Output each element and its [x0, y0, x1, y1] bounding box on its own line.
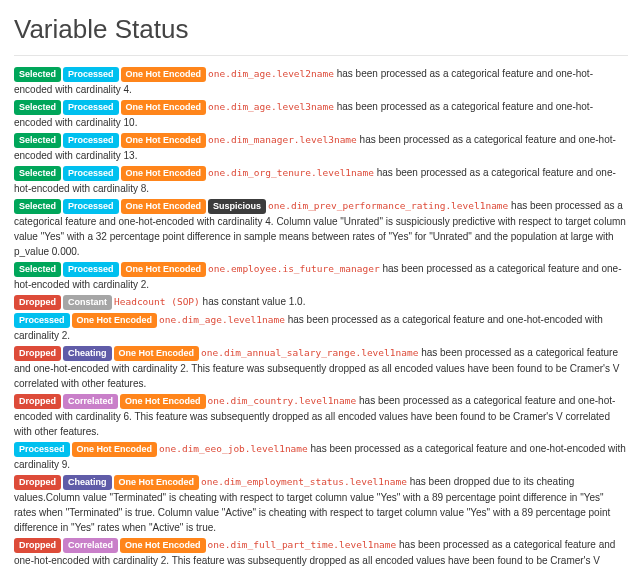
status-row: SelectedProcessedOne Hot Encodedone.dim_…: [14, 132, 628, 163]
badge-selected: Selected: [14, 67, 61, 82]
status-row: SelectedProcessedOne Hot Encodedone.dim_…: [14, 99, 628, 130]
status-text: has constant value 1.0.: [200, 296, 306, 307]
badge-ohe: One Hot Encoded: [121, 166, 207, 181]
status-row: DroppedCorrelatedOne Hot Encodedone.dim_…: [14, 537, 628, 566]
badge-ohe: One Hot Encoded: [121, 199, 207, 214]
variable-name: one.dim_annual_salary_range.level1name: [201, 347, 418, 358]
variable-name: one.dim_employment_status.level1name: [201, 476, 407, 487]
badge-processed: Processed: [63, 262, 119, 277]
status-row: SelectedProcessedOne Hot Encodedone.dim_…: [14, 165, 628, 196]
badge-selected: Selected: [14, 133, 61, 148]
badge-processed: Processed: [63, 67, 119, 82]
status-row: ProcessedOne Hot Encodedone.dim_age.leve…: [14, 312, 628, 343]
badge-dropped: Dropped: [14, 346, 61, 361]
variable-name: Headcount (SOP): [114, 296, 200, 307]
status-row: SelectedProcessedOne Hot Encodedone.dim_…: [14, 66, 628, 97]
badge-selected: Selected: [14, 199, 61, 214]
status-row: DroppedCorrelatedOne Hot Encodedone.dim_…: [14, 393, 628, 439]
variable-name: one.dim_manager.level3name: [208, 134, 357, 145]
badge-processed: Processed: [14, 442, 70, 457]
badge-dropped: Dropped: [14, 538, 61, 553]
page-title: Variable Status: [14, 10, 628, 56]
variable-name: one.dim_age.level2name: [208, 68, 334, 79]
badge-ohe: One Hot Encoded: [121, 262, 207, 277]
badge-processed: Processed: [63, 166, 119, 181]
badge-correlated: Correlated: [63, 538, 118, 553]
variable-name: one.employee.is_future_manager: [208, 263, 380, 274]
variable-name: one.dim_age.level1name: [159, 314, 285, 325]
badge-ohe: One Hot Encoded: [120, 538, 206, 553]
badge-ohe: One Hot Encoded: [114, 346, 200, 361]
badge-processed: Processed: [14, 313, 70, 328]
badge-suspicious: Suspicious: [208, 199, 266, 214]
badge-dropped: Dropped: [14, 394, 61, 409]
badge-dropped: Dropped: [14, 295, 61, 310]
status-row: DroppedConstantHeadcount (SOP) has const…: [14, 294, 628, 310]
badge-processed: Processed: [63, 133, 119, 148]
variable-name: one.dim_country.level1name: [208, 395, 357, 406]
badge-selected: Selected: [14, 262, 61, 277]
badge-processed: Processed: [63, 199, 119, 214]
badge-ohe: One Hot Encoded: [120, 394, 206, 409]
badge-ohe: One Hot Encoded: [72, 442, 158, 457]
variable-name: one.dim_full_part_time.level1name: [208, 539, 397, 550]
badge-cheating: Cheating: [63, 346, 112, 361]
status-row: DroppedCheatingOne Hot Encodedone.dim_em…: [14, 474, 628, 535]
variable-name: one.dim_org_tenure.level1name: [208, 167, 374, 178]
status-row: ProcessedOne Hot Encodedone.dim_eeo_job.…: [14, 441, 628, 472]
badge-cheating: Cheating: [63, 475, 112, 490]
badge-selected: Selected: [14, 166, 61, 181]
badge-ohe: One Hot Encoded: [121, 100, 207, 115]
badge-ohe: One Hot Encoded: [114, 475, 200, 490]
badge-selected: Selected: [14, 100, 61, 115]
badge-dropped: Dropped: [14, 475, 61, 490]
status-row: SelectedProcessedOne Hot EncodedSuspicio…: [14, 198, 628, 259]
badge-ohe: One Hot Encoded: [121, 67, 207, 82]
badge-constant: Constant: [63, 295, 112, 310]
status-row: DroppedCheatingOne Hot Encodedone.dim_an…: [14, 345, 628, 391]
variable-name: one.dim_eeo_job.level1name: [159, 443, 308, 454]
badge-ohe: One Hot Encoded: [121, 133, 207, 148]
variable-name: one.dim_prev_performance_rating.level1na…: [268, 200, 508, 211]
badge-correlated: Correlated: [63, 394, 118, 409]
status-row: SelectedProcessedOne Hot Encodedone.empl…: [14, 261, 628, 292]
variable-name: one.dim_age.level3name: [208, 101, 334, 112]
badge-processed: Processed: [63, 100, 119, 115]
badge-ohe: One Hot Encoded: [72, 313, 158, 328]
